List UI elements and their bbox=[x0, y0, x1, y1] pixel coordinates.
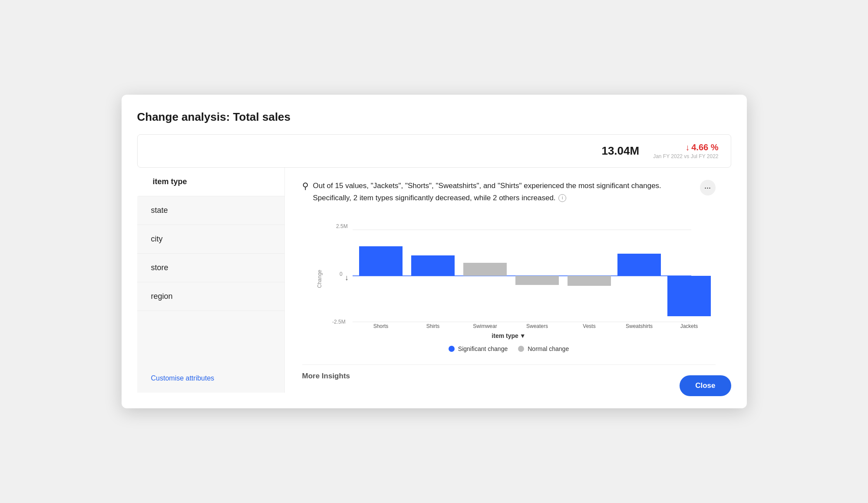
more-options-button[interactable]: ··· bbox=[700, 180, 716, 195]
sidebar: item type state city store region Custom… bbox=[137, 168, 285, 392]
chart-x-title: item type ▼ bbox=[302, 332, 716, 339]
x-label-shirts: Shirts bbox=[426, 323, 439, 329]
legend-significant: Significant change bbox=[449, 345, 508, 352]
x-label-vests: Vests bbox=[583, 323, 595, 329]
dropdown-chevron-icon: ▼ bbox=[520, 332, 526, 339]
y-label-mid: 0 bbox=[340, 271, 343, 277]
sidebar-item-item-type[interactable]: item type bbox=[137, 168, 284, 196]
x-label-sweatshirts: Sweatshirts bbox=[625, 323, 652, 329]
legend-normal: Normal change bbox=[518, 345, 569, 352]
down-arrow-indicator: ↓ bbox=[345, 273, 349, 282]
more-insights[interactable]: More Insights bbox=[302, 364, 716, 381]
bar-sweatshirts bbox=[617, 254, 661, 276]
info-icon[interactable]: i bbox=[558, 194, 566, 202]
x-label-swimwear: Swimwear bbox=[473, 323, 497, 329]
customise-attributes-link[interactable]: Customise attributes bbox=[137, 362, 284, 382]
legend-normal-label: Normal change bbox=[528, 345, 569, 352]
modal-overlay: Change analysis: Total sales 13.04M ↓ 4.… bbox=[122, 95, 747, 408]
y-label-top: 2.5M bbox=[336, 223, 348, 229]
sidebar-item-region[interactable]: region bbox=[137, 282, 284, 311]
y-label-bot: -2.5M bbox=[332, 319, 346, 325]
legend-significant-label: Significant change bbox=[458, 345, 508, 352]
page-title: Change analysis: Total sales bbox=[137, 110, 731, 124]
metric-period: Jan FY 2022 vs Jul FY 2022 bbox=[653, 153, 718, 159]
chart-container: 2.5M 0 -2.5M Change ↓ Sh bbox=[302, 216, 716, 352]
metric-value: 13.04M bbox=[601, 144, 639, 158]
legend-significant-dot bbox=[449, 346, 455, 352]
bar-shirts bbox=[411, 255, 455, 276]
metric-change: ↓ 4.66 % Jan FY 2022 vs Jul FY 2022 bbox=[653, 142, 718, 159]
bar-swimwear bbox=[463, 263, 507, 276]
insight-text: Out of 15 values, "Jackets", "Shorts", "… bbox=[313, 180, 696, 203]
sidebar-item-city[interactable]: city bbox=[137, 225, 284, 254]
bar-sweaters bbox=[515, 276, 559, 285]
insight-row: ⚲ Out of 15 values, "Jackets", "Shorts",… bbox=[302, 180, 716, 203]
sidebar-item-store[interactable]: store bbox=[137, 254, 284, 282]
close-button[interactable]: Close bbox=[680, 375, 731, 396]
content-area: item type state city store region Custom… bbox=[137, 168, 731, 392]
sidebar-item-state[interactable]: state bbox=[137, 196, 284, 225]
legend-normal-dot bbox=[518, 346, 524, 352]
x-label-shorts: Shorts bbox=[373, 323, 388, 329]
bar-vests bbox=[568, 276, 611, 286]
chart-svg: 2.5M 0 -2.5M Change ↓ Sh bbox=[302, 216, 716, 329]
change-arrow: ↓ bbox=[685, 142, 690, 152]
chart-legend: Significant change Normal change bbox=[302, 345, 716, 352]
metric-bar: 13.04M ↓ 4.66 % Jan FY 2022 vs Jul FY 20… bbox=[137, 134, 731, 168]
bar-jackets bbox=[667, 276, 711, 316]
main-panel: ⚲ Out of 15 values, "Jackets", "Shorts",… bbox=[285, 168, 731, 392]
insight-icon: ⚲ bbox=[302, 181, 309, 191]
metric-pct: ↓ 4.66 % bbox=[685, 142, 718, 152]
x-label-jackets: Jackets bbox=[680, 323, 698, 329]
chart-x-dropdown[interactable]: item type ▼ bbox=[492, 332, 525, 339]
x-label-sweaters: Sweaters bbox=[526, 323, 548, 329]
y-axis-label: Change bbox=[317, 269, 323, 288]
bar-shorts bbox=[359, 246, 403, 276]
